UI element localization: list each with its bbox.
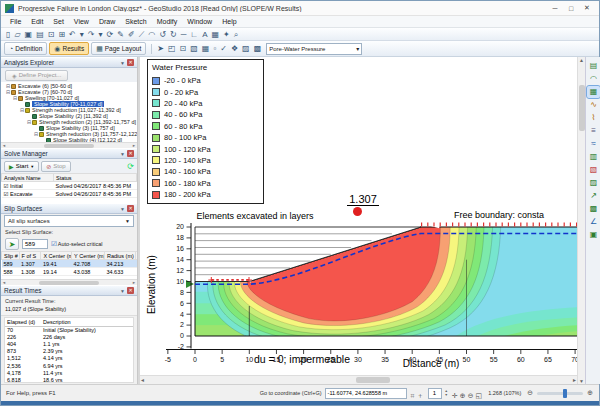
text-tool-icon[interactable]: A (200, 29, 209, 40)
menu-file[interactable]: File (5, 18, 26, 25)
result-time-row[interactable]: 6,81818.6 yrs (5, 376, 133, 383)
result-time-row[interactable]: 8732.39 yrs (5, 348, 133, 355)
draw-reinforcement-icon[interactable]: ≡ (587, 125, 600, 137)
start-button[interactable]: ▶Start▼ (4, 161, 39, 172)
undo-arrow-icon[interactable]: ▾ (78, 29, 86, 40)
zoom-slider-thumb[interactable] (563, 389, 567, 398)
slip-filter-dropdown[interactable]: All slip surfaces▼ (4, 215, 134, 227)
scroll-thumb[interactable] (356, 377, 390, 383)
menu-sketch[interactable]: Sketch (120, 18, 151, 25)
menu-view[interactable]: View (69, 18, 94, 25)
solve-row[interactable]: ☑ ExcavateSolved 04/26/2017 8:45:36 PM (2, 190, 137, 198)
column-header[interactable]: X Center (m) (41, 252, 72, 260)
draw-regions-icon[interactable]: ✎ (115, 29, 126, 40)
define-project-button[interactable]: ◈Define Project... (5, 70, 68, 81)
refresh-icon[interactable]: ⟳ (127, 162, 134, 171)
draw-circle-icon[interactable]: ◠ (146, 29, 157, 40)
axes-tool-icon[interactable]: ∟ (188, 29, 200, 40)
scroll-thumb[interactable] (39, 281, 99, 285)
pin-icon[interactable]: ▼ (120, 206, 125, 212)
node-icon[interactable]: ▫ (211, 43, 218, 54)
column-header[interactable]: Status (54, 174, 137, 182)
redo-arrow-icon[interactable]: ▾ (97, 29, 105, 40)
result-time-row[interactable]: 1,5124.14 yrs (5, 355, 133, 362)
scroll-thumb[interactable] (44, 144, 94, 148)
column-header[interactable]: Slip # (2, 252, 20, 260)
menu-draw[interactable]: Draw (94, 18, 120, 25)
view-mesh-icon[interactable]: ▩ (587, 203, 600, 215)
menu-edit[interactable]: Edit (26, 18, 48, 25)
column-header[interactable]: Elapsed (d) (5, 318, 41, 326)
close-panel-icon[interactable]: ✕ (127, 59, 134, 66)
contour-type-dropdown[interactable]: Pore-Water Pressure ▾ (266, 43, 362, 55)
mesh-icon[interactable]: ▦ (200, 43, 212, 54)
undo-icon[interactable]: ↶ (67, 29, 78, 40)
horizontal-scrollbar[interactable]: ◄ ► (140, 375, 577, 384)
legend-toggle-icon[interactable]: ▩ (252, 43, 264, 54)
menu-set[interactable]: Set (48, 18, 69, 25)
pan-icon[interactable]: ✛ (451, 392, 459, 399)
table-icon[interactable]: ▦ (210, 29, 222, 40)
slip-row[interactable]: 5891.30719.4142.70834.213Crit (2, 260, 138, 268)
contour-labels-icon[interactable]: ▨ (240, 43, 252, 54)
view-slices-icon[interactable]: ▥ (587, 151, 600, 163)
pin-icon[interactable]: ▼ (120, 151, 125, 157)
result-time-row[interactable]: 4,17811.4 yrs (5, 369, 133, 376)
zoom-plus-icon[interactable]: ⊕ (586, 389, 594, 397)
line-tool-icon[interactable]: ─ (179, 29, 189, 40)
copy-graphic-icon[interactable]: ⊡ (178, 43, 189, 54)
draw-piezo-line-icon[interactable]: ≈ (587, 138, 600, 150)
close-panel-icon[interactable]: ✕ (127, 205, 134, 212)
slip-color-icon[interactable]: ❖ (229, 43, 240, 54)
sketch-text-icon[interactable]: ▤ (587, 60, 600, 72)
contour-icon[interactable]: ▧ (188, 43, 200, 54)
redo-icon[interactable]: ↷ (86, 29, 97, 40)
report-icon[interactable]: ▣ (587, 229, 600, 241)
paste-icon[interactable]: ⊞ (56, 29, 67, 40)
menu-window[interactable]: Window (182, 18, 217, 25)
pin-icon[interactable]: ▼ (120, 288, 125, 294)
zoom-box-icon[interactable]: ◰ (166, 43, 178, 54)
new-file-icon[interactable]: ▯ (4, 29, 12, 40)
zoom-window-icon[interactable]: ◱ (475, 392, 484, 399)
column-header[interactable]: Analysis Name (2, 174, 54, 182)
close-panel-icon[interactable]: ✕ (127, 287, 134, 294)
draw-arc-icon[interactable]: ↺ (157, 29, 168, 40)
slip-number-input[interactable]: 589 (22, 239, 48, 249)
scroll-left-icon[interactable]: ◄ (140, 377, 145, 383)
pick-slip-button[interactable]: ➤ (5, 238, 19, 250)
identify-icon[interactable]: ✦ (221, 29, 232, 40)
draw-slip-grid-icon[interactable]: ▦ (587, 86, 600, 98)
menu-help[interactable]: Help (217, 18, 241, 25)
menu-modify[interactable]: Modify (152, 18, 183, 25)
column-header[interactable]: F of S (19, 252, 41, 260)
zoom-minus-icon[interactable]: ⊖ (526, 389, 534, 397)
zoom-in-icon[interactable]: ⊕ (459, 392, 467, 399)
result-time-row[interactable]: 2,5366.94 yrs (5, 362, 133, 369)
auto-select-checkbox[interactable]: ☑Auto-select critical (51, 240, 102, 248)
close-button[interactable]: ✕ (579, 4, 595, 12)
results-button[interactable]: ◉Results (49, 42, 89, 55)
drawing-canvas[interactable]: 20181614121086420-2 -5051015202530354045… (140, 57, 577, 384)
pin-icon[interactable]: ▼ (120, 60, 125, 66)
zoom-slider[interactable] (537, 392, 583, 395)
scroll-thumb[interactable] (579, 85, 585, 131)
copy-icon[interactable]: ⊡ (46, 29, 57, 40)
slip-row[interactable]: 5881.30819.1443.03834.633 (2, 268, 138, 276)
draw-spline-icon[interactable]: ↻ (168, 29, 179, 40)
close-panel-icon[interactable]: ✕ (127, 150, 134, 157)
snap-grid-icon[interactable]: ⌗ (410, 392, 416, 399)
refresh-icon[interactable]: ⟳ (105, 29, 116, 40)
save-icon[interactable]: ▣ (23, 29, 35, 40)
goto-coordinate-input[interactable]: -11.60774, 24.628558 m (325, 388, 407, 399)
page-layout-button[interactable]: ▦Page Layout (91, 42, 146, 55)
view-slip-color-icon[interactable]: ▧ (587, 164, 600, 176)
result-time-row[interactable]: 70Initial (Slope Stability) (5, 326, 133, 333)
add-page-icon[interactable]: ＋ (416, 392, 425, 399)
maximize-button[interactable]: □ (563, 5, 579, 12)
draw-tension-crack-icon[interactable]: ⌇ (587, 112, 600, 124)
stop-button[interactable]: ⊘Stop (41, 161, 70, 172)
column-header[interactable]: Description (41, 318, 133, 326)
column-header[interactable]: Deta (135, 252, 137, 260)
page-spinner[interactable]: ▲▼ (445, 389, 448, 397)
